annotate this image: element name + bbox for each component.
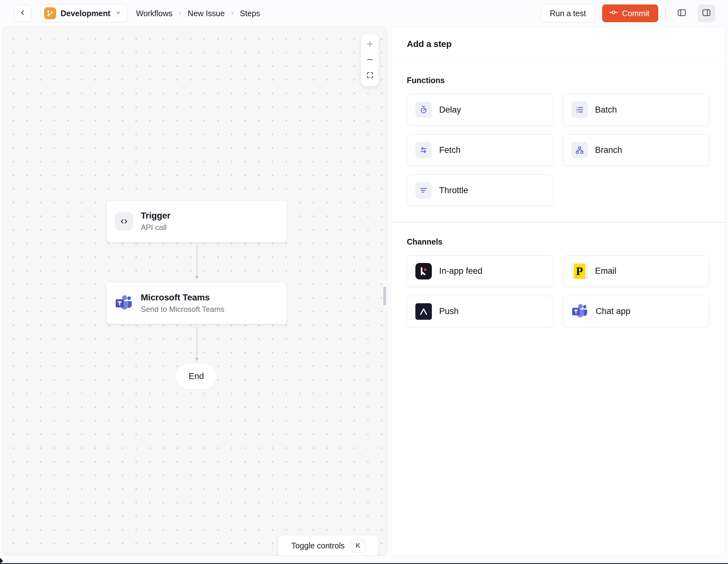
- canvas-zoom-controls: [361, 34, 379, 86]
- step-button-branch[interactable]: Branch: [563, 134, 710, 166]
- step-button-throttle[interactable]: Throttle: [407, 174, 554, 206]
- filter-icon: [415, 182, 432, 198]
- chevron-right-icon: [177, 10, 183, 16]
- trigger-node-text: Trigger API call: [141, 211, 171, 232]
- stopwatch-icon: [415, 101, 432, 118]
- toggle-controls-button[interactable]: Toggle controls K: [278, 535, 379, 556]
- channels-grid: In-app feed P Email Push: [407, 255, 709, 328]
- toggle-controls-label: Toggle controls: [291, 541, 345, 550]
- arrows-swap-icon: [415, 142, 432, 158]
- channels-section-label: Channels: [407, 237, 709, 246]
- chevron-left-icon: [18, 9, 27, 18]
- functions-section-label: Functions: [407, 76, 709, 85]
- commit-button[interactable]: Commit: [602, 4, 658, 22]
- expand-icon: [366, 71, 374, 81]
- panel-header: Add a step: [391, 27, 725, 61]
- keyboard-shortcut-badge: K: [351, 539, 365, 553]
- environment-label: Development: [61, 9, 110, 18]
- expo-icon: [415, 303, 432, 320]
- ms-teams-icon: [571, 303, 588, 320]
- panel-title: Add a step: [407, 39, 452, 49]
- sitemap-icon: [571, 142, 588, 158]
- step-button-fetch[interactable]: Fetch: [407, 134, 554, 166]
- plus-icon: [366, 40, 374, 49]
- trigger-node[interactable]: Trigger API call: [106, 200, 287, 242]
- edge-teams-to-end: [193, 327, 201, 363]
- node-title: Trigger: [141, 211, 171, 221]
- workflow-builder-app: Development Workflows New Issue Steps Ru…: [0, 0, 728, 564]
- environment-dropdown[interactable]: Development: [41, 4, 128, 22]
- add-step-panel: Add a step Functions Delay: [391, 27, 725, 556]
- canvas-scrollbar-thumb[interactable]: [383, 287, 386, 305]
- step-label: Delay: [439, 105, 461, 115]
- step-button-chat-app[interactable]: Chat app: [563, 296, 710, 328]
- step-label: Branch: [595, 145, 622, 155]
- knock-icon: [415, 263, 432, 279]
- step-button-delay[interactable]: Delay: [407, 94, 554, 126]
- commit-label: Commit: [622, 9, 649, 18]
- toggle-left-panel-button[interactable]: [673, 4, 691, 22]
- step-button-batch[interactable]: Batch: [563, 94, 710, 126]
- git-commit-icon: [609, 8, 618, 19]
- node-subtitle: Send to Microsoft Teams: [141, 305, 224, 314]
- panel-right-icon: [702, 8, 711, 19]
- run-test-label: Run a test: [550, 9, 586, 18]
- node-title: Microsoft Teams: [141, 293, 224, 303]
- step-label: Email: [595, 266, 617, 276]
- end-node: End: [175, 363, 217, 390]
- panel-left-icon: [677, 8, 686, 19]
- step-button-push[interactable]: Push: [407, 296, 554, 328]
- step-button-in-app-feed[interactable]: In-app feed: [407, 255, 554, 287]
- postmark-icon: P: [571, 263, 588, 279]
- top-bar-actions: Run a test Commit: [541, 4, 715, 22]
- postmark-letter: P: [574, 263, 585, 279]
- run-test-button[interactable]: Run a test: [541, 4, 595, 22]
- list-icon: [571, 101, 588, 118]
- step-label: Throttle: [439, 185, 468, 195]
- toggle-right-panel-button[interactable]: [698, 4, 715, 22]
- code-icon: [115, 212, 133, 230]
- zoom-in-button[interactable]: [361, 37, 379, 52]
- breadcrumb: Workflows New Issue Steps: [136, 9, 260, 18]
- zoom-out-button[interactable]: [361, 52, 379, 68]
- section-divider: [391, 222, 725, 223]
- end-label: End: [189, 372, 204, 381]
- minus-icon: [366, 55, 374, 65]
- chevron-right-icon: [229, 10, 236, 16]
- step-label: Batch: [595, 105, 617, 115]
- divider: [665, 7, 666, 20]
- step-label: In-app feed: [439, 266, 483, 276]
- step-label: Fetch: [439, 145, 461, 155]
- back-button[interactable]: [14, 5, 31, 22]
- functions-grid: Delay Batch: [407, 94, 709, 206]
- panel-body: Functions Delay: [391, 61, 725, 328]
- git-branch-icon: [44, 7, 56, 19]
- top-bar: Development Workflows New Issue Steps Ru…: [0, 0, 728, 27]
- breadcrumb-item-new-issue[interactable]: New Issue: [188, 9, 225, 18]
- chevron-down-icon: [115, 9, 122, 17]
- ms-teams-icon: [115, 294, 133, 313]
- breadcrumb-item-steps: Steps: [240, 9, 260, 18]
- node-subtitle: API call: [141, 223, 171, 232]
- microsoft-teams-node[interactable]: Microsoft Teams Send to Microsoft Teams: [106, 282, 287, 324]
- teams-node-text: Microsoft Teams Send to Microsoft Teams: [141, 293, 224, 314]
- edge-trigger-to-teams: [193, 245, 201, 281]
- breadcrumb-item-workflows[interactable]: Workflows: [136, 9, 172, 18]
- fit-view-button[interactable]: [361, 68, 379, 83]
- step-button-email[interactable]: P Email: [563, 255, 710, 287]
- step-label: Push: [439, 307, 459, 316]
- step-label: Chat app: [596, 307, 631, 316]
- workflow-canvas[interactable]: Trigger API call Microsoft: [3, 27, 387, 556]
